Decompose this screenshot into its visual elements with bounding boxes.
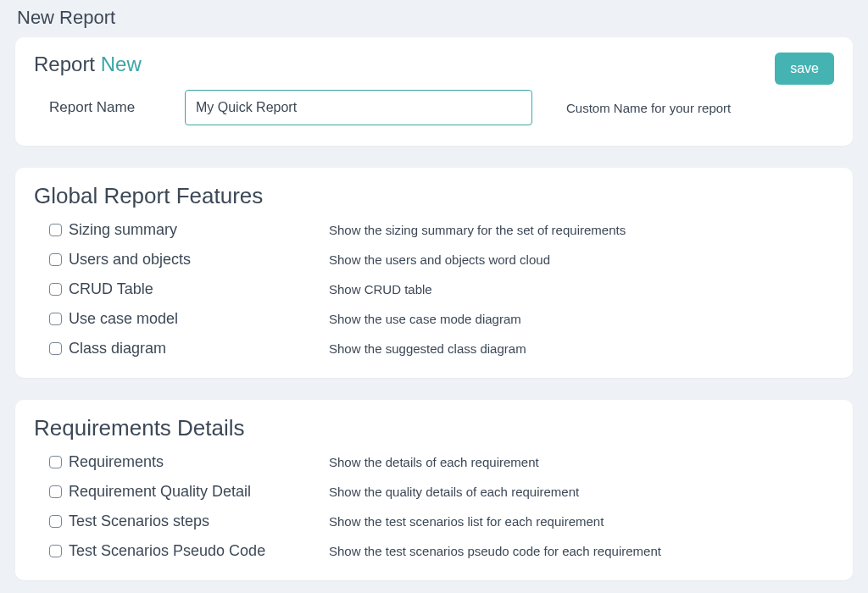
feature-label: Class diagram (69, 340, 166, 357)
report-heading-suffix: New (101, 53, 142, 75)
feature-desc: Show the test scenarios list for each re… (329, 514, 604, 529)
checkbox-icon[interactable] (49, 313, 62, 325)
feature-label: Sizing summary (69, 221, 177, 239)
feature-row: Test Scenarios Pseudo Code Show the test… (49, 542, 834, 560)
checkbox-icon[interactable] (49, 253, 62, 266)
feature-label: Use case model (69, 310, 178, 328)
requirements-details-title: Requirements Details (34, 415, 834, 441)
feature-row: Requirement Quality Detail Show the qual… (49, 483, 834, 501)
global-features-card: Global Report Features Sizing summary Sh… (15, 168, 853, 378)
save-button[interactable]: save (775, 53, 834, 85)
page-title: New Report (15, 0, 853, 37)
feature-row: Sizing summary Show the sizing summary f… (49, 221, 834, 239)
report-heading-prefix: Report (34, 53, 95, 75)
report-name-row: Report Name Custom Name for your report (34, 90, 731, 125)
report-header-left: Report New Report Name Custom Name for y… (34, 53, 731, 125)
feature-row: Users and objects Show the users and obj… (49, 251, 834, 269)
requirements-details-list: Requirements Show the details of each re… (34, 453, 834, 560)
report-heading: Report New (34, 53, 731, 76)
checkbox-icon[interactable] (49, 456, 62, 468)
feature-label: Requirements (69, 453, 164, 471)
checkbox-icon[interactable] (49, 342, 62, 355)
feature-label: Test Scenarios steps (69, 513, 209, 530)
checkbox-icon[interactable] (49, 515, 62, 528)
feature-desc: Show the use case mode diagram (329, 312, 521, 326)
feature-desc: Show the test scenarios pseudo code for … (329, 544, 661, 558)
checkbox-icon[interactable] (49, 224, 62, 236)
report-name-hint: Custom Name for your report (566, 101, 731, 115)
feature-desc: Show the quality details of each require… (329, 485, 579, 499)
feature-row: CRUD Table Show CRUD table (49, 280, 834, 298)
feature-desc: Show the details of each requirement (329, 455, 539, 469)
feature-label: Test Scenarios Pseudo Code (69, 542, 265, 560)
checkbox-icon[interactable] (49, 485, 62, 498)
feature-label: Users and objects (69, 251, 191, 269)
global-features-list: Sizing summary Show the sizing summary f… (34, 221, 834, 357)
feature-row: Use case model Show the use case mode di… (49, 310, 834, 328)
feature-desc: Show the sizing summary for the set of r… (329, 223, 626, 237)
feature-row: Requirements Show the details of each re… (49, 453, 834, 471)
feature-desc: Show CRUD table (329, 282, 432, 296)
feature-row: Test Scenarios steps Show the test scena… (49, 513, 834, 530)
feature-row: Class diagram Show the suggested class d… (49, 340, 834, 357)
report-name-input[interactable] (185, 90, 532, 125)
feature-desc: Show the users and objects word cloud (329, 252, 550, 267)
report-name-label: Report Name (49, 99, 151, 116)
global-features-title: Global Report Features (34, 183, 834, 209)
checkbox-icon[interactable] (49, 283, 62, 296)
feature-desc: Show the suggested class diagram (329, 341, 526, 356)
report-header-card: Report New Report Name Custom Name for y… (15, 37, 853, 146)
requirements-details-card: Requirements Details Requirements Show t… (15, 400, 853, 580)
feature-label: Requirement Quality Detail (69, 483, 251, 501)
checkbox-icon[interactable] (49, 545, 62, 557)
feature-label: CRUD Table (69, 280, 153, 298)
